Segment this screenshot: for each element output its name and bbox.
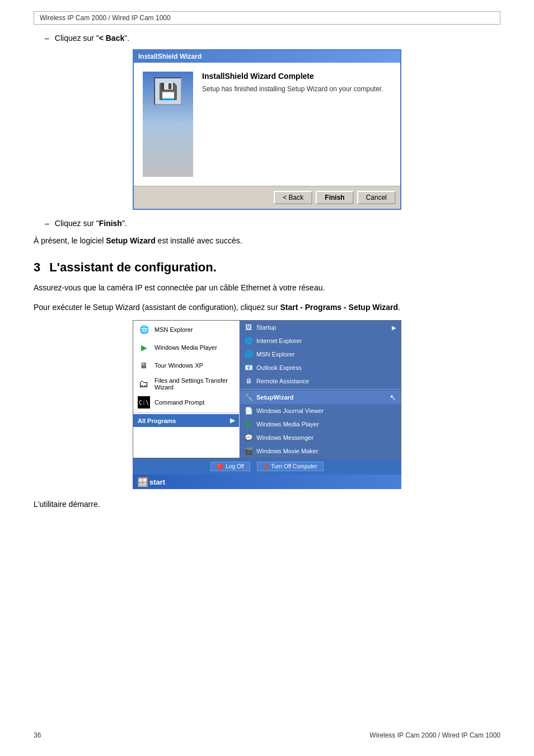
sm-right-divider <box>240 389 401 389</box>
startmenu-item-msn[interactable]: 🌐 MSN Explorer <box>133 321 239 339</box>
sm-outlook-label: Outlook Express <box>256 364 302 371</box>
sm-right-remoteassist[interactable]: 🖥 Remote Assistance <box>240 374 401 388</box>
sm-moviemaker-label: Windows Movie Maker <box>256 448 318 454</box>
wizard-finish-button[interactable]: Finish <box>316 191 353 204</box>
setupwizard-icon: 🔧 <box>244 393 253 402</box>
step2-bold: Finish <box>99 219 122 228</box>
bullet-dash-1: – <box>45 34 49 43</box>
start-bar: 🪟 start <box>133 475 401 489</box>
step2-text: Cliquez sur "Finish". <box>55 219 127 228</box>
sm-msn-label: MSN Explorer <box>256 351 294 358</box>
outlook-icon: 📧 <box>244 363 253 372</box>
startmenu-item-mediaplayer[interactable]: ▶ Windows Media Player <box>133 339 239 356</box>
windows-flag-icon: 🪟 <box>137 477 147 487</box>
wizard-title-bar: InstallShield Wizard <box>134 50 400 63</box>
cursor-icon: ↖ <box>390 393 396 402</box>
startmenu-cmdprompt-label: Command Prompt <box>154 399 204 406</box>
all-programs-bar[interactable]: All Programs ▶ <box>133 414 239 427</box>
turnoff-label: Turn Off Computer <box>271 463 317 469</box>
remoteassist-icon: 🖥 <box>244 377 253 386</box>
sm-right-messenger[interactable]: 💬 Windows Messenger <box>240 431 401 444</box>
sm-ie-label: Internet Explorer <box>256 337 302 344</box>
startmenu-item-tourwindows[interactable]: 🖥 Tour Windows XP <box>133 356 239 374</box>
sm-right-ie[interactable]: 🌐 Internet Explorer <box>240 334 401 348</box>
sm-setupwizard-label: SetupWizard <box>256 394 294 401</box>
body-bold-1: Setup Wizard <box>106 236 156 245</box>
body-text-3a: Pour exécuter le Setup Wizard (assistant… <box>34 303 280 312</box>
sm-right-setupwizard[interactable]: 🔧 SetupWizard ↖ <box>240 391 401 404</box>
header-title: Wireless IP Cam 2000 / Wired IP Cam 1000 <box>40 14 171 22</box>
footer-product-name: Wireless IP Cam 2000 / Wired IP Cam 1000 <box>369 731 500 739</box>
wizard-footer: < Back Finish Cancel <box>134 186 400 209</box>
logoff-icon: 🔴 <box>217 463 223 469</box>
turnoff-button[interactable]: ⏻ Turn Off Computer <box>257 462 324 471</box>
section-heading: 3L'assistant de configuration. <box>34 260 500 275</box>
startmenu-screenshot: 🌐 MSN Explorer ▶ Windows Media Player 🖥 … <box>133 320 401 489</box>
filetransfer-icon: 🗂 <box>138 378 150 390</box>
step1-text: Cliquez sur "< Back". <box>55 34 129 43</box>
all-programs-label: All Programs <box>138 417 176 424</box>
sm-right-outlook[interactable]: 📧 Outlook Express <box>240 361 401 374</box>
section-title: L'assistant de configuration. <box>49 260 217 274</box>
step1-bold: < Back <box>99 34 125 43</box>
footer-page-number: 36 <box>34 731 41 739</box>
start-logo[interactable]: 🪟 start <box>137 477 165 487</box>
startmenu-item-filetransfer[interactable]: 🗂 Files and Settings Transfer Wizard <box>133 374 239 393</box>
body-text-3b: . <box>398 303 400 312</box>
sm-startup-label: Startup <box>256 324 276 331</box>
startmenu-mediaplayer-label: Windows Media Player <box>154 344 217 351</box>
startmenu-msn-label: MSN Explorer <box>154 326 193 333</box>
startmenu-footer-bar: 🔴 Log Off ⏻ Turn Off Computer <box>133 458 401 475</box>
sm-right-msn[interactable]: 🌐 MSN Explorer <box>240 348 401 361</box>
body-text-1a: À présent, le logiciel <box>34 236 106 245</box>
sm-right-moviemaker[interactable]: 🎬 Windows Movie Maker <box>240 444 401 458</box>
startmenu-filetransfer-label: Files and Settings Transfer Wizard <box>154 377 235 391</box>
step1-bullet: – Cliquez sur "< Back". <box>45 34 500 43</box>
body-paragraph-2: Assurez-vous que la caméra IP est connec… <box>34 281 500 294</box>
logoff-button[interactable]: 🔴 Log Off <box>210 462 250 471</box>
sm-right-startup[interactable]: 🖼 Startup ▶ <box>240 321 401 334</box>
startmenu-outer: 🌐 MSN Explorer ▶ Windows Media Player 🖥 … <box>133 320 401 458</box>
wizard-left-panel: 💾 <box>143 72 193 177</box>
startup-arrow: ▶ <box>392 325 396 331</box>
wizard-description: Setup has finished installing Setup Wiza… <box>202 85 391 93</box>
cmdprompt-icon: C:\ <box>138 396 150 408</box>
page-footer: 36 Wireless IP Cam 2000 / Wired IP Cam 1… <box>0 720 534 750</box>
sm-right-journalviewer[interactable]: 📄 Windows Journal Viewer <box>240 404 401 417</box>
body-paragraph-1: À présent, le logiciel Setup Wizard est … <box>34 234 500 247</box>
bullet-dash-2: – <box>45 219 49 228</box>
wizard-body: 💾 InstallShield Wizard Complete Setup ha… <box>134 63 400 186</box>
wizard-back-button[interactable]: < Back <box>274 191 312 204</box>
sm-mediaplayer-label: Windows Media Player <box>256 421 319 428</box>
startmenu-left: 🌐 MSN Explorer ▶ Windows Media Player 🖥 … <box>133 321 240 458</box>
sm-msn-icon: 🌐 <box>244 350 253 359</box>
startmenu-tourwindows-label: Tour Windows XP <box>154 362 203 369</box>
sm-mediaplayer-icon: ▶ <box>244 420 253 429</box>
tourwindows-icon: 🖥 <box>138 359 150 372</box>
startup-icon: 🖼 <box>244 323 253 332</box>
header-bar: Wireless IP Cam 2000 / Wired IP Cam 1000 <box>34 11 500 25</box>
wizard-icon: 💾 <box>154 77 182 105</box>
msn-icon: 🌐 <box>138 323 150 336</box>
startmenu-divider <box>133 412 239 413</box>
all-programs-arrow: ▶ <box>230 417 235 424</box>
messenger-icon: 💬 <box>244 433 253 442</box>
body-bold-3: Start - Programs - Setup Wizard <box>280 303 398 312</box>
section-number: 3 <box>34 260 40 274</box>
sm-right-mediaplayer[interactable]: ▶ Windows Media Player <box>240 417 401 431</box>
body-text-1b: est installé avec succès. <box>156 236 242 245</box>
wizard-right-panel: InstallShield Wizard Complete Setup has … <box>202 72 391 177</box>
wizard-heading: InstallShield Wizard Complete <box>202 72 391 81</box>
logoff-label: Log Off <box>226 463 244 469</box>
ie-icon: 🌐 <box>244 336 253 345</box>
step2-bullet: – Cliquez sur "Finish". <box>45 219 500 228</box>
wizard-cancel-button[interactable]: Cancel <box>357 191 396 204</box>
conclusion-text: L'utilitaire démarre. <box>34 498 500 510</box>
body-paragraph-3: Pour exécuter le Setup Wizard (assistant… <box>34 301 500 313</box>
journalviewer-icon: 📄 <box>244 406 253 415</box>
wizard-icon-symbol: 💾 <box>158 82 178 101</box>
startmenu-item-cmdprompt[interactable]: C:\ Command Prompt <box>133 393 239 411</box>
sm-journalviewer-label: Windows Journal Viewer <box>256 407 324 414</box>
sm-messenger-label: Windows Messenger <box>256 434 313 441</box>
sm-remoteassist-label: Remote Assistance <box>256 378 309 384</box>
